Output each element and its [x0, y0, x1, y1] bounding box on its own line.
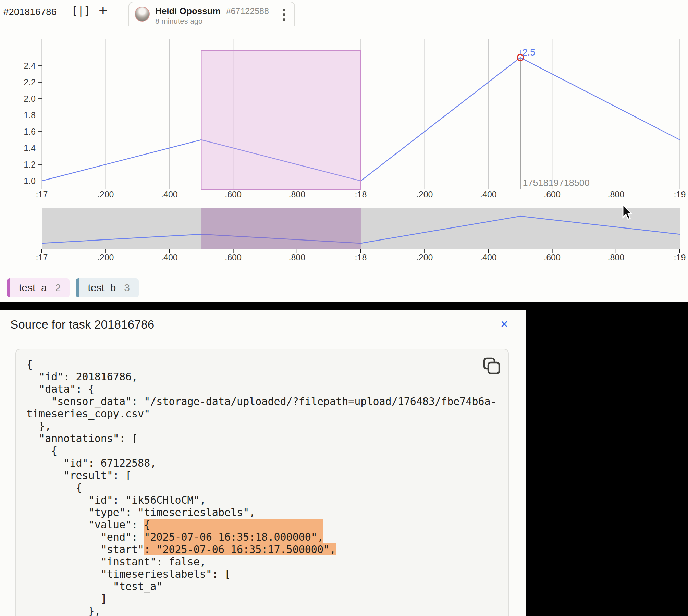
divider	[0, 302, 688, 310]
x-tick-label: .200	[416, 189, 433, 199]
y-tick-label: 1.8	[24, 110, 36, 120]
x-tick-label: .200	[97, 189, 114, 199]
annotation-panel: #201816786 [|] + Heidi Opossum#67122588 …	[0, 0, 688, 302]
y-tick-label: 1.6	[24, 127, 36, 136]
overview-tick-label: :18	[355, 252, 367, 262]
source-code-card: { "id": 201816786, "data": { "sensor_dat…	[15, 349, 509, 616]
overview-tick-label: .800	[607, 252, 624, 262]
overview-tick-label: :19	[674, 252, 686, 262]
overview-tick-label: .200	[97, 252, 114, 262]
y-tick-label: 2.2	[24, 77, 36, 87]
y-tick-label: 1.0	[24, 176, 36, 186]
kebab-menu-icon[interactable]	[283, 9, 286, 22]
annotation-id: #67122588	[226, 6, 269, 16]
x-tick-label: .800	[288, 189, 305, 199]
annotation-time: 8 minutes ago	[155, 17, 202, 26]
overview-tick-label: .800	[288, 252, 305, 262]
x-tick-label: .800	[607, 189, 624, 199]
overview-tick-label: .600	[225, 252, 242, 262]
task-source-json: { "id": 201816786, "data": { "sensor_dat…	[26, 358, 508, 616]
modal-title: Source for task 201816786	[10, 318, 154, 331]
y-tick-label: 1.2	[24, 160, 36, 169]
source-modal: Source for task 201816786 × { "id": 2018…	[0, 310, 526, 616]
x-tick-label: .400	[161, 189, 178, 199]
x-tick-label: :17	[36, 189, 48, 199]
overview-tick-label: .400	[480, 252, 497, 262]
y-tick-label: 2.4	[24, 61, 36, 71]
highlighted-json-text: {	[144, 519, 323, 531]
close-icon[interactable]: ×	[501, 318, 508, 331]
region-test_a[interactable]	[201, 51, 361, 189]
overview-tick-label: :17	[36, 252, 48, 262]
x-tick-label: :18	[355, 189, 367, 199]
overview-tick-label: .600	[544, 252, 561, 262]
y-tick-label: 2.0	[24, 94, 36, 103]
x-tick-label: .600	[544, 189, 561, 199]
annotation-tab[interactable]: Heidi Opossum#67122588 8 minutes ago	[128, 2, 295, 26]
x-tick-label: .600	[225, 189, 242, 199]
x-tick-label: .400	[480, 189, 497, 199]
x-tick-label: :19	[674, 189, 686, 199]
copy-icon[interactable]	[481, 356, 501, 376]
timeseries-chart[interactable]: 2.42.22.01.81.61.41.21.02.51751819718500…	[0, 0, 688, 302]
highlighted-json-text: : "2025-07-06 16:35:17.500000",	[144, 543, 336, 555]
overview-region-test_a[interactable]	[201, 208, 361, 249]
overview-tick-label: .400	[161, 252, 178, 262]
avatar	[135, 7, 150, 22]
cursor-timestamp-label: 1751819718500	[523, 178, 590, 188]
marker-value-label: 2.5	[523, 47, 536, 58]
y-tick-label: 1.4	[24, 143, 36, 153]
annotator-name: Heidi Opossum	[155, 6, 221, 16]
overview-tick-label: .200	[416, 252, 433, 262]
highlighted-json-text: "2025-07-06 16:35:18.000000",	[144, 531, 323, 543]
